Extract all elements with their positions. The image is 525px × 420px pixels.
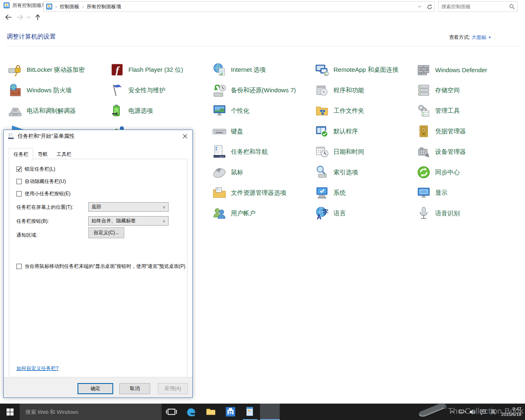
cp-item-personalization[interactable]: 个性化: [212, 103, 249, 119]
cp-item-power[interactable]: 电源选项: [110, 103, 153, 119]
cp-item-label[interactable]: 电话和调制解调器: [27, 107, 76, 115]
checkbox[interactable]: [16, 179, 22, 184]
cp-item-sync[interactable]: 同步中心: [417, 164, 460, 180]
cp-item-label[interactable]: Windows 防火墙: [27, 87, 72, 94]
cp-item-device-manager[interactable]: 设备管理器: [417, 144, 466, 160]
cp-item-remoteapp[interactable]: RemoteApp 和桌面连接: [315, 62, 398, 78]
cp-item-flash[interactable]: fFlash Player (32 位): [110, 62, 183, 78]
dialog-checkbox-row-2[interactable]: 自动隐藏任务栏(U): [16, 178, 66, 185]
input-method-indicator[interactable]: 英: [488, 408, 498, 415]
cp-item-label[interactable]: 显示: [435, 189, 447, 197]
cp-item-label[interactable]: 语音识别: [435, 210, 460, 217]
dialog-tab-1[interactable]: 任务栏: [9, 148, 33, 161]
taskbar-buttons-combobox[interactable]: 始终合并、隐藏标签∨: [88, 216, 169, 226]
checkbox[interactable]: [16, 167, 22, 172]
cp-item-admin-tools[interactable]: 管理工具: [417, 103, 460, 119]
peek-checkbox-row[interactable]: 当你将鼠标移动到任务栏末端的“显示桌面”按钮时，使用“速览”预览桌面(P): [16, 263, 193, 270]
file-explorer-button[interactable]: [201, 404, 221, 420]
taskbar-location-combobox[interactable]: 底部∨: [88, 202, 169, 212]
taskbar-search-input[interactable]: [20, 409, 162, 415]
search-icon[interactable]: [507, 4, 517, 9]
volume-icon[interactable]: [468, 404, 478, 420]
address-bar[interactable]: › 控制面板 › 所有控制面板项: [43, 1, 435, 12]
cp-item-work-folders[interactable]: 工作文件夹: [315, 103, 364, 119]
cp-item-display[interactable]: 显示: [417, 185, 447, 201]
dialog-tab-3[interactable]: 工具栏: [52, 149, 76, 161]
cp-item-label[interactable]: 程序和功能: [333, 87, 364, 94]
taskbar-properties-task-button[interactable]: [260, 404, 280, 420]
cp-item-label[interactable]: 语言: [333, 210, 346, 217]
cp-item-label[interactable]: 索引选项: [333, 169, 358, 176]
breadcrumb-control-panel[interactable]: 控制面板: [60, 3, 80, 10]
cp-item-label[interactable]: 默认程序: [333, 128, 358, 135]
cp-item-speech[interactable]: 语音识别: [417, 205, 460, 221]
customize-button[interactable]: 自定义(C)...: [88, 227, 124, 238]
cp-item-phone[interactable]: 电话和调制解调器: [8, 103, 76, 119]
cp-item-label[interactable]: 文件资源管理器选项: [231, 189, 286, 197]
cp-item-label[interactable]: 个性化: [231, 107, 249, 115]
up-button[interactable]: [32, 12, 43, 23]
back-button[interactable]: [2, 12, 14, 23]
how-to-customize-link[interactable]: 如何自定义任务栏?: [16, 365, 59, 372]
peek-checkbox[interactable]: [16, 264, 22, 269]
taskbar-clock[interactable]: 9:47 2015/6/18: [498, 406, 525, 417]
recent-locations-chevron[interactable]: [25, 12, 32, 23]
cp-item-keyboard[interactable]: 键盘: [212, 123, 243, 139]
network-icon[interactable]: [457, 404, 468, 420]
dialog-checkbox-row-1[interactable]: 锁定任务栏(L): [16, 166, 55, 173]
cp-item-defender[interactable]: Windows Defender: [417, 62, 487, 78]
cp-item-label[interactable]: 存储空间: [435, 87, 460, 94]
cp-item-label[interactable]: 用户帐户: [231, 210, 256, 217]
taskbar-searchbox[interactable]: [20, 404, 162, 420]
search-input[interactable]: [438, 4, 507, 9]
cp-item-label[interactable]: 凭据管理器: [435, 128, 466, 135]
cp-item-system[interactable]: 系统: [315, 185, 346, 201]
cp-item-datetime[interactable]: 日期和时间: [315, 144, 364, 160]
control-panel-searchbox[interactable]: [438, 1, 518, 12]
cp-item-label[interactable]: 工作文件夹: [333, 107, 364, 115]
cp-item-label[interactable]: 日期和时间: [333, 148, 364, 156]
refresh-button[interactable]: [425, 2, 434, 11]
cp-item-label[interactable]: Internet 选项: [231, 66, 266, 74]
view-by-value[interactable]: 大图标: [472, 34, 486, 41]
cp-item-label[interactable]: 电源选项: [128, 107, 153, 115]
cp-item-firewall[interactable]: Windows 防火墙: [8, 82, 72, 98]
cp-item-label[interactable]: 键盘: [231, 128, 243, 135]
cp-item-label[interactable]: 任务栏和导航: [231, 148, 268, 156]
cp-item-backup[interactable]: 备份和还原(Windows 7): [212, 82, 296, 98]
cp-item-user-accounts[interactable]: 用户帐户: [212, 205, 256, 221]
cancel-button[interactable]: 取消: [119, 383, 150, 394]
action-center-icon[interactable]: [478, 404, 488, 420]
forward-button[interactable]: [14, 12, 25, 23]
cp-item-indexing[interactable]: 索引选项: [315, 164, 358, 180]
breadcrumb-all-items[interactable]: 所有控制面板项: [87, 3, 121, 10]
cp-item-credentials[interactable]: 凭据管理器: [417, 123, 466, 139]
dialog-tab-2[interactable]: 导航: [33, 149, 52, 161]
edge-button[interactable]: [181, 404, 201, 420]
checkbox[interactable]: [16, 191, 22, 196]
store-button[interactable]: [221, 404, 240, 420]
view-by-control[interactable]: 查看方式: 大图标 ▼: [449, 34, 491, 41]
cp-item-taskbar-nav[interactable]: 任务栏和导航: [212, 144, 268, 160]
cp-item-security-flag[interactable]: 安全性与维护: [110, 82, 165, 98]
cp-item-mouse[interactable]: 鼠标: [212, 164, 243, 180]
cp-item-programs[interactable]: 程序和功能: [315, 82, 364, 98]
cp-item-internet[interactable]: Internet 选项: [212, 62, 266, 78]
cp-item-label[interactable]: 备份和还原(Windows 7): [231, 87, 296, 94]
cp-item-label[interactable]: 系统: [333, 189, 346, 197]
ok-button[interactable]: 确定: [78, 383, 113, 394]
cp-item-label[interactable]: 设备管理器: [435, 148, 466, 156]
cp-item-label[interactable]: 安全性与维护: [128, 87, 165, 94]
cp-item-storage[interactable]: 存储空间: [417, 82, 460, 98]
cp-item-explorer-options[interactable]: 文件资源管理器选项: [212, 185, 286, 201]
cp-item-label[interactable]: RemoteApp 和桌面连接: [333, 66, 398, 74]
dialog-checkbox-row-3[interactable]: 使用小任务栏按钮(E): [16, 190, 71, 197]
dialog-close-button[interactable]: [178, 130, 192, 142]
cp-item-bitlocker[interactable]: BitLocker 驱动器加密: [8, 62, 85, 78]
address-dropdown-chevron[interactable]: [415, 2, 425, 11]
cp-item-label[interactable]: 鼠标: [231, 169, 243, 176]
start-button[interactable]: [0, 404, 20, 420]
cp-item-label[interactable]: Flash Player (32 位): [128, 66, 183, 74]
cp-item-language[interactable]: A字语言: [315, 205, 346, 221]
cp-item-label[interactable]: 管理工具: [435, 107, 460, 115]
